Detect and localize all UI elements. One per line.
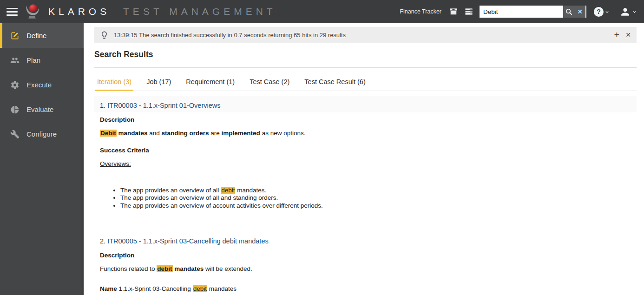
text-segment: mandates [117,130,148,137]
title-divider [94,67,637,68]
text-segment: The app provides an overview of account … [120,202,323,209]
topbar: KLAROS TEST MANAGEMENT Finance Tracker [0,0,644,23]
result-item: 2. ITR00005 - 1.1.x-Sprint 03-Cancelling… [94,231,637,295]
text-segment: The app provides an overview of all [120,187,221,194]
text-segment: implemented [222,130,260,137]
section-paragraph: Functions related to debit mandates will… [100,265,637,273]
close-icon[interactable]: ✕ [625,32,631,38]
tab-test-case-result-6[interactable]: Test Case Result (6) [302,78,367,91]
topbar-separator [585,6,586,18]
brand-title: KLAROS TEST MANAGEMENT [48,6,276,17]
sidebar-item-label: Execute [26,81,52,89]
result-body: DescriptionDebit mandates and standing o… [94,116,637,209]
chevron-down-icon [604,9,610,15]
result-title-row: 2. ITR00005 - 1.1.x-Sprint 03-Cancelling… [94,231,637,248]
bullet-list: The app provides an overview of all debi… [100,187,637,209]
klaros-logo-icon [23,3,41,20]
server-icon[interactable] [464,7,473,16]
sidebar-item-label: Define [26,32,46,39]
chevron-down-icon [631,9,637,15]
status-bar: 13:39:15 The search finished successfull… [94,27,637,43]
bullet-item: The app provides an overview of all debi… [120,187,637,194]
text-segment: 1.1.x-Sprint 03-Cancelling [119,285,193,292]
project-selector[interactable]: Finance Tracker [400,8,441,15]
text-segment: mandates. [235,187,266,194]
result-title-link[interactable]: ITR00005 - 1.1.x-Sprint 03-Cancelling de… [107,237,269,245]
tab-requirement-1[interactable]: Requirement (1) [184,78,237,91]
search-hit-highlight: debit [193,285,207,292]
result-item: 1. ITR00003 - 1.1.x-Sprint 01-OverviewsD… [94,96,637,209]
sidebar-item-plan[interactable]: Plan [0,48,84,72]
sidebar-item-configure[interactable]: Configure [0,122,84,146]
sidebar-item-label: Configure [26,130,57,138]
result-title-link[interactable]: ITR00003 - 1.1.x-Sprint 01-Overviews [107,102,220,109]
help-icon: ? [594,7,604,17]
text-segment: Functions related to [100,265,157,272]
edit-icon [10,31,20,40]
search-input[interactable] [480,6,563,18]
pie-chart-icon [10,105,20,114]
sidebar-item-execute[interactable]: Execute [0,72,84,97]
topbar-right: Finance Tracker [400,6,637,18]
gear-icon [10,80,20,90]
brand-primary: KLAROS [48,6,110,17]
text-segment: The app provides an overview of all and … [120,194,278,201]
text-segment: standing orders [162,130,209,137]
sidebar-item-label: Plan [26,56,40,64]
search-results-list: 1. ITR00003 - 1.1.x-Sprint 01-OverviewsD… [94,96,637,295]
main-content: 13:39:15 The search finished successfull… [84,23,644,295]
lightbulb-icon [100,31,109,39]
brand-secondary: TEST MANAGEMENT [123,6,276,17]
text-segment: Overviews: [100,160,131,167]
sidebar-item-label: Evaluate [26,105,53,113]
tab-job-17[interactable]: Job (17) [145,78,173,91]
section-label: Description [100,116,637,123]
search-hit-highlight: debit [221,187,235,194]
page-title: Search Results [94,50,637,59]
clear-search-icon[interactable]: ✕ [574,6,585,18]
bullet-item: The app provides an overview of all and … [120,194,637,201]
sidebar-item-evaluate[interactable]: Evaluate [0,97,84,122]
result-number: 2. [100,237,107,245]
result-body: DescriptionFunctions related to debit ma… [94,252,637,295]
text-segment: mandates [207,285,237,292]
archive-icon[interactable] [449,7,458,16]
status-message: 13:39:15 The search finished successfull… [114,32,346,39]
sidebar-item-define[interactable]: Define [0,23,84,48]
tabs: Iteration (3)Job (17)Requirement (1)Test… [94,78,637,91]
text-segment: mandates [173,265,204,272]
wrench-icon [10,130,20,139]
text-segment: are [209,130,222,137]
result-title-row: 1. ITR00003 - 1.1.x-Sprint 01-Overviews [94,96,637,112]
search-icon[interactable] [563,6,574,18]
section-paragraph: Overviews: [100,160,637,168]
search-hit-highlight: debit [157,265,172,272]
section-label: Description [100,252,637,259]
tab-test-case-2[interactable]: Test Case (2) [248,78,291,91]
app-root: KLAROS TEST MANAGEMENT Finance Tracker [0,0,644,295]
sidebar: DefinePlanExecuteEvaluateConfigure [0,23,84,295]
add-icon[interactable]: + [614,30,620,39]
section-paragraph: Debit mandates and standing orders are i… [100,130,637,138]
help-menu[interactable]: ? [594,7,610,17]
section-label: Success Criteria [100,147,637,154]
user-menu[interactable] [619,6,637,18]
text-segment: as new options. [260,130,306,137]
user-icon [619,6,631,18]
people-icon [10,56,20,65]
text-segment: Name [100,285,119,292]
section-paragraph: Name 1.1.x-Sprint 03-Cancelling debit ma… [100,285,637,293]
tab-iteration-3[interactable]: Iteration (3) [95,78,133,91]
text-segment: and [148,130,162,137]
bullet-item: The app provides an overview of account … [120,202,637,209]
menu-icon[interactable] [6,6,19,18]
search-hit-highlight: Debit [100,130,117,137]
text-segment: will be extended. [204,265,252,272]
result-number: 1. [100,102,107,109]
